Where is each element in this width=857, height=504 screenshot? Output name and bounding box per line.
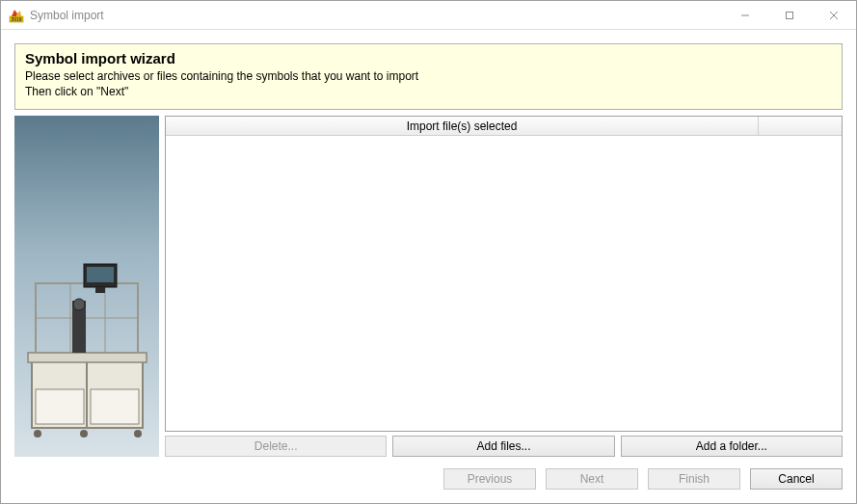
wizard-instructions: Please select archives or files containi…: [25, 68, 832, 99]
symbol-import-window: 2019 Symbol import Symbol import wizard …: [0, 0, 857, 504]
titlebar: 2019 Symbol import: [1, 1, 856, 30]
previous-button[interactable]: Previous: [443, 468, 536, 490]
finish-button[interactable]: Finish: [648, 468, 740, 490]
instruction-line-2: Then click on "Next": [25, 84, 832, 99]
svg-rect-9: [91, 389, 139, 424]
content-area: Symbol import wizard Please select archi…: [1, 30, 856, 503]
close-button[interactable]: [812, 1, 856, 29]
window-title: Symbol import: [30, 9, 723, 22]
svg-rect-8: [36, 389, 84, 424]
add-folder-button[interactable]: Add a folder...: [621, 436, 843, 457]
file-action-row: Delete... Add files... Add a folder...: [165, 436, 843, 457]
wizard-body: Import file(s) selected Delete... Add fi…: [14, 116, 843, 457]
app-icon: 2019: [9, 8, 24, 23]
maximize-button[interactable]: [767, 1, 812, 29]
wizard-side-image: [14, 116, 159, 457]
add-files-button[interactable]: Add files...: [392, 436, 614, 457]
wizard-header: Symbol import wizard Please select archi…: [14, 43, 843, 110]
svg-point-20: [34, 430, 41, 438]
svg-point-19: [73, 299, 85, 310]
column-header-spacer: [759, 117, 842, 135]
cancel-button[interactable]: Cancel: [750, 468, 843, 490]
wizard-title: Symbol import wizard: [25, 50, 832, 66]
main-column: Import file(s) selected Delete... Add fi…: [165, 116, 843, 457]
delete-button[interactable]: Delete...: [165, 436, 387, 457]
wizard-footer: Previous Next Finish Cancel: [1, 457, 856, 503]
table-header: Import file(s) selected: [166, 117, 842, 136]
svg-rect-10: [28, 353, 147, 362]
svg-rect-3: [787, 12, 793, 18]
next-button[interactable]: Next: [546, 468, 638, 490]
window-controls: [723, 1, 856, 29]
files-table: Import file(s) selected: [165, 116, 843, 432]
instruction-line-1: Please select archives or files containi…: [25, 68, 832, 84]
table-body[interactable]: [166, 136, 842, 431]
svg-point-21: [80, 430, 88, 438]
svg-text:2019: 2019: [11, 16, 21, 22]
column-header-files[interactable]: Import file(s) selected: [166, 117, 759, 135]
minimize-button[interactable]: [723, 1, 767, 29]
svg-point-22: [134, 430, 142, 438]
svg-rect-16: [87, 267, 114, 282]
svg-rect-17: [95, 287, 105, 293]
